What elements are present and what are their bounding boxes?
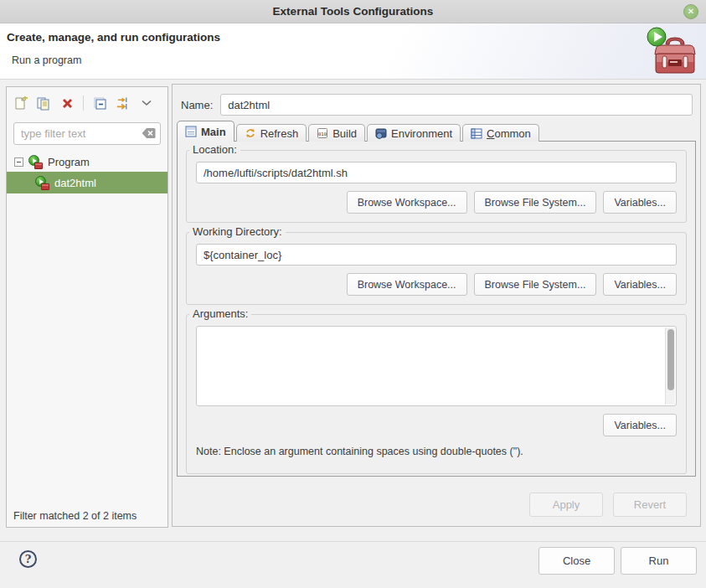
tree-item-label: dat2html <box>54 177 96 189</box>
view-menu-chevron-icon[interactable] <box>139 95 154 111</box>
working-directory-label: Working Directory: <box>189 225 286 238</box>
tab-refresh[interactable]: Refresh <box>236 124 307 142</box>
location-input[interactable] <box>196 162 677 183</box>
arguments-textarea[interactable] <box>196 326 677 406</box>
revert-button[interactable]: Revert <box>613 493 687 517</box>
working-directory-buttons: Browse Workspace... Browse File System..… <box>196 273 677 296</box>
tree-item-label: Program <box>48 156 90 168</box>
run-button[interactable]: Run <box>621 547 697 575</box>
arguments-label: Arguments: <box>189 307 251 320</box>
configurations-sidebar: Program dat2html Filter matched 2 of 2 i… <box>6 86 168 528</box>
toolbar-separator <box>83 95 84 111</box>
program-config-icon <box>35 176 49 189</box>
name-input[interactable] <box>220 94 693 116</box>
location-label: Location: <box>189 143 240 156</box>
tab-label: Environment <box>391 127 452 140</box>
name-row: Name: <box>181 94 693 116</box>
external-tools-toolbox-icon <box>646 26 701 76</box>
duplicate-icon[interactable] <box>36 95 51 111</box>
main-tab-content: Location: Browse Workspace... Browse Fil… <box>177 141 696 477</box>
arguments-note: Note: Enclose an argument containing spa… <box>196 446 677 457</box>
variables-button[interactable]: Variables... <box>603 191 677 214</box>
tab-label: Common <box>487 127 531 140</box>
apply-revert-row: Apply Revert <box>529 493 687 517</box>
close-button[interactable]: Close <box>539 547 615 575</box>
location-buttons: Browse Workspace... Browse File System..… <box>196 191 677 214</box>
external-tools-dialog: External Tools Configurations ✕ Create, … <box>0 0 706 588</box>
browse-workspace-button[interactable]: Browse Workspace... <box>347 191 467 214</box>
filter-status-text: Filter matched 2 of 2 items <box>13 510 137 522</box>
filter-input[interactable] <box>13 122 161 145</box>
arguments-scrollbar[interactable] <box>665 328 675 405</box>
new-configuration-icon[interactable] <box>13 95 28 111</box>
tab-main[interactable]: Main <box>177 121 234 142</box>
browse-workspace-button[interactable]: Browse Workspace... <box>347 273 467 296</box>
variables-button[interactable]: Variables... <box>603 414 677 436</box>
browse-file-system-button[interactable]: Browse File System... <box>474 191 597 214</box>
working-directory-input[interactable] <box>196 244 677 266</box>
scrollbar-thumb[interactable] <box>667 329 674 390</box>
main-tab-icon <box>185 126 197 137</box>
page-subtitle: Run a program <box>12 54 81 66</box>
program-type-icon <box>28 155 43 168</box>
tab-label: Build <box>332 127 357 140</box>
svg-text:010: 010 <box>318 132 327 137</box>
tree-item-dat2html[interactable]: dat2html <box>7 172 167 193</box>
configurations-tree: Program dat2html <box>7 152 167 193</box>
common-tab-icon <box>471 128 482 139</box>
window-close-icon[interactable]: ✕ <box>683 4 698 19</box>
window-title: External Tools Configurations <box>273 5 434 18</box>
configuration-editor: Name: Main Refresh 010 Build Environment <box>172 84 701 527</box>
dialog-footer: ? Close Run <box>0 541 706 588</box>
tab-label: Refresh <box>260 127 299 140</box>
arguments-group: Arguments: Variables... Note: Enclose an… <box>186 314 687 474</box>
filter-field-wrap <box>13 122 161 145</box>
build-tab-icon: 010 <box>317 127 328 139</box>
tab-common[interactable]: Common <box>462 124 539 142</box>
environment-tab-icon <box>375 127 387 139</box>
refresh-tab-icon <box>245 127 256 139</box>
title-bar: External Tools Configurations ✕ <box>0 0 706 23</box>
tree-item-program[interactable]: Program <box>7 152 167 172</box>
arguments-value <box>202 328 664 404</box>
sidebar-toolbar <box>7 87 167 119</box>
variables-button[interactable]: Variables... <box>603 273 677 296</box>
collapse-expander-icon[interactable] <box>14 157 23 167</box>
page-title: Create, manage, and run configurations <box>7 31 220 44</box>
clear-filter-icon[interactable] <box>142 127 156 139</box>
location-group: Location: Browse Workspace... Browse Fil… <box>186 150 687 223</box>
working-directory-group: Working Directory: Browse Workspace... B… <box>186 232 687 305</box>
help-icon[interactable]: ? <box>19 550 37 568</box>
browse-file-system-button[interactable]: Browse File System... <box>474 273 597 296</box>
name-label: Name: <box>181 99 213 111</box>
footer-buttons: Close Run <box>539 547 697 575</box>
apply-button[interactable]: Apply <box>529 493 603 517</box>
delete-icon[interactable] <box>59 95 75 111</box>
tab-bar: Main Refresh 010 Build Environment Commo… <box>177 121 696 142</box>
tab-label: Main <box>201 126 226 138</box>
header-banner: Create, manage, and run configurations R… <box>0 23 706 80</box>
collapse-all-icon[interactable] <box>92 95 107 111</box>
tab-build[interactable]: 010 Build <box>308 124 365 142</box>
tab-environment[interactable]: Environment <box>367 124 461 142</box>
arguments-buttons: Variables... <box>196 414 677 436</box>
filter-configurations-icon[interactable] <box>116 95 131 111</box>
